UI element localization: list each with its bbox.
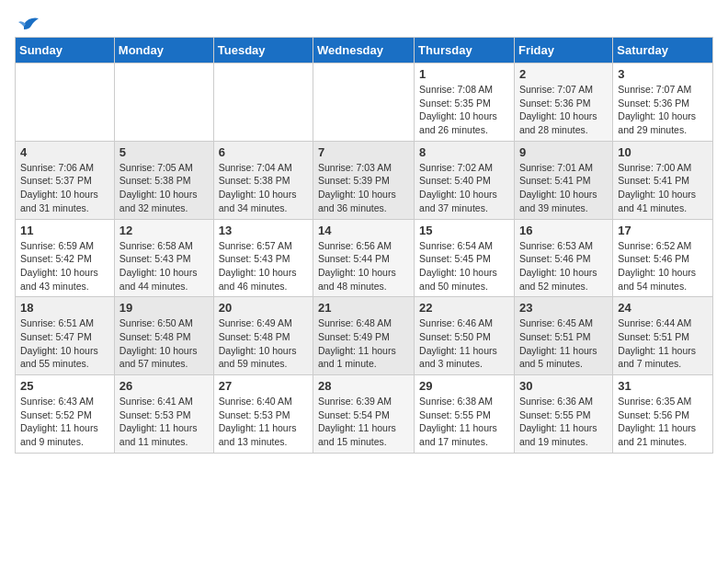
day-number: 30	[519, 379, 608, 393]
day-detail: Sunrise: 7:06 AM Sunset: 5:37 PM Dayligh…	[20, 161, 109, 215]
day-number: 12	[119, 224, 209, 237]
calendar-cell: 27Sunrise: 6:40 AM Sunset: 5:53 PM Dayli…	[213, 375, 313, 454]
logo-bird-icon	[17, 15, 40, 33]
calendar-cell: 13Sunrise: 6:57 AM Sunset: 5:43 PM Dayli…	[213, 219, 313, 297]
calendar-cell: 26Sunrise: 6:41 AM Sunset: 5:53 PM Dayli…	[114, 375, 213, 454]
calendar-cell: 3Sunrise: 7:07 AM Sunset: 5:36 PM Daylig…	[613, 63, 713, 142]
calendar-cell: 17Sunrise: 6:52 AM Sunset: 5:46 PM Dayli…	[613, 219, 713, 297]
calendar-cell: 22Sunrise: 6:46 AM Sunset: 5:50 PM Dayli…	[415, 297, 515, 375]
day-number: 19	[119, 301, 209, 315]
day-number: 28	[318, 379, 409, 393]
calendar-cell: 30Sunrise: 6:36 AM Sunset: 5:55 PM Dayli…	[514, 375, 612, 454]
day-number: 18	[20, 301, 109, 315]
calendar-cell: 8Sunrise: 7:02 AM Sunset: 5:40 PM Daylig…	[415, 141, 515, 219]
day-number: 8	[419, 145, 509, 159]
day-detail: Sunrise: 7:08 AM Sunset: 5:35 PM Dayligh…	[419, 83, 509, 137]
calendar-cell: 24Sunrise: 6:44 AM Sunset: 5:51 PM Dayli…	[613, 297, 713, 375]
day-number: 14	[318, 224, 409, 237]
calendar-cell: 18Sunrise: 6:51 AM Sunset: 5:47 PM Dayli…	[16, 297, 115, 375]
day-number: 20	[219, 301, 308, 315]
calendar-week-row: 11Sunrise: 6:59 AM Sunset: 5:42 PM Dayli…	[16, 219, 713, 297]
day-number: 3	[618, 67, 708, 81]
weekday-header-wednesday: Wednesday	[313, 38, 415, 63]
calendar-cell: 16Sunrise: 6:53 AM Sunset: 5:46 PM Dayli…	[514, 219, 612, 297]
calendar-table: SundayMondayTuesdayWednesdayThursdayFrid…	[15, 37, 713, 454]
calendar-week-row: 1Sunrise: 7:08 AM Sunset: 5:35 PM Daylig…	[16, 63, 713, 142]
calendar-cell: 14Sunrise: 6:56 AM Sunset: 5:44 PM Dayli…	[313, 219, 415, 297]
weekday-header-saturday: Saturday	[613, 38, 713, 63]
calendar-cell: 5Sunrise: 7:05 AM Sunset: 5:38 PM Daylig…	[114, 141, 213, 219]
day-detail: Sunrise: 6:41 AM Sunset: 5:53 PM Dayligh…	[119, 395, 209, 449]
day-detail: Sunrise: 7:00 AM Sunset: 5:41 PM Dayligh…	[618, 161, 708, 215]
day-detail: Sunrise: 6:54 AM Sunset: 5:45 PM Dayligh…	[419, 239, 509, 293]
day-detail: Sunrise: 7:05 AM Sunset: 5:38 PM Dayligh…	[119, 161, 209, 215]
day-detail: Sunrise: 6:50 AM Sunset: 5:48 PM Dayligh…	[119, 316, 209, 371]
calendar-cell	[114, 63, 213, 142]
calendar-cell	[213, 63, 313, 142]
calendar-cell: 25Sunrise: 6:43 AM Sunset: 5:52 PM Dayli…	[16, 375, 115, 454]
calendar-cell: 23Sunrise: 6:45 AM Sunset: 5:51 PM Dayli…	[514, 297, 612, 375]
calendar-cell: 28Sunrise: 6:39 AM Sunset: 5:54 PM Dayli…	[313, 375, 415, 454]
day-number: 22	[419, 301, 509, 315]
day-detail: Sunrise: 6:51 AM Sunset: 5:47 PM Dayligh…	[20, 316, 109, 371]
day-number: 13	[219, 224, 308, 237]
calendar-cell: 2Sunrise: 7:07 AM Sunset: 5:36 PM Daylig…	[514, 63, 612, 142]
day-detail: Sunrise: 6:53 AM Sunset: 5:46 PM Dayligh…	[519, 239, 608, 293]
calendar-week-row: 4Sunrise: 7:06 AM Sunset: 5:37 PM Daylig…	[16, 141, 713, 219]
day-number: 6	[219, 145, 308, 159]
day-number: 29	[419, 379, 509, 393]
day-number: 10	[618, 145, 708, 159]
calendar-cell: 12Sunrise: 6:58 AM Sunset: 5:43 PM Dayli…	[114, 219, 213, 297]
day-number: 23	[519, 301, 608, 315]
day-number: 1	[419, 67, 509, 81]
calendar-cell: 20Sunrise: 6:49 AM Sunset: 5:48 PM Dayli…	[213, 297, 313, 375]
day-number: 9	[519, 145, 608, 159]
calendar-cell	[16, 63, 115, 142]
day-detail: Sunrise: 6:48 AM Sunset: 5:49 PM Dayligh…	[318, 316, 409, 371]
day-number: 25	[20, 379, 109, 393]
day-detail: Sunrise: 6:59 AM Sunset: 5:42 PM Dayligh…	[20, 239, 109, 293]
day-detail: Sunrise: 6:52 AM Sunset: 5:46 PM Dayligh…	[618, 239, 708, 293]
day-number: 17	[618, 224, 708, 237]
calendar-cell: 19Sunrise: 6:50 AM Sunset: 5:48 PM Dayli…	[114, 297, 213, 375]
day-detail: Sunrise: 6:46 AM Sunset: 5:50 PM Dayligh…	[419, 316, 509, 371]
calendar-week-row: 18Sunrise: 6:51 AM Sunset: 5:47 PM Dayli…	[16, 297, 713, 375]
calendar-cell: 11Sunrise: 6:59 AM Sunset: 5:42 PM Dayli…	[16, 219, 115, 297]
day-detail: Sunrise: 6:44 AM Sunset: 5:51 PM Dayligh…	[618, 316, 708, 371]
day-detail: Sunrise: 6:56 AM Sunset: 5:44 PM Dayligh…	[318, 239, 409, 293]
day-number: 4	[20, 145, 109, 159]
day-detail: Sunrise: 7:04 AM Sunset: 5:38 PM Dayligh…	[219, 161, 308, 215]
day-detail: Sunrise: 6:58 AM Sunset: 5:43 PM Dayligh…	[119, 239, 209, 293]
weekday-header-friday: Friday	[514, 38, 612, 63]
calendar-cell: 31Sunrise: 6:35 AM Sunset: 5:56 PM Dayli…	[613, 375, 713, 454]
calendar-cell: 21Sunrise: 6:48 AM Sunset: 5:49 PM Dayli…	[313, 297, 415, 375]
day-number: 27	[219, 379, 308, 393]
day-detail: Sunrise: 6:36 AM Sunset: 5:55 PM Dayligh…	[519, 395, 608, 449]
day-detail: Sunrise: 6:38 AM Sunset: 5:55 PM Dayligh…	[419, 395, 509, 449]
calendar-week-row: 25Sunrise: 6:43 AM Sunset: 5:52 PM Dayli…	[16, 375, 713, 454]
day-detail: Sunrise: 6:43 AM Sunset: 5:52 PM Dayligh…	[20, 395, 109, 449]
day-detail: Sunrise: 6:57 AM Sunset: 5:43 PM Dayligh…	[219, 239, 308, 293]
page-header	[15, 15, 713, 29]
day-detail: Sunrise: 7:07 AM Sunset: 5:36 PM Dayligh…	[519, 83, 608, 137]
calendar-cell: 29Sunrise: 6:38 AM Sunset: 5:55 PM Dayli…	[415, 375, 515, 454]
day-number: 16	[519, 224, 608, 237]
calendar-cell: 9Sunrise: 7:01 AM Sunset: 5:41 PM Daylig…	[514, 141, 612, 219]
calendar-cell: 10Sunrise: 7:00 AM Sunset: 5:41 PM Dayli…	[613, 141, 713, 219]
day-number: 11	[20, 224, 109, 237]
calendar-cell: 7Sunrise: 7:03 AM Sunset: 5:39 PM Daylig…	[313, 141, 415, 219]
day-detail: Sunrise: 7:01 AM Sunset: 5:41 PM Dayligh…	[519, 161, 608, 215]
day-detail: Sunrise: 6:49 AM Sunset: 5:48 PM Dayligh…	[219, 316, 308, 371]
logo	[15, 15, 40, 29]
day-number: 5	[119, 145, 209, 159]
day-number: 2	[519, 67, 608, 81]
weekday-header-sunday: Sunday	[16, 38, 115, 63]
calendar-cell: 15Sunrise: 6:54 AM Sunset: 5:45 PM Dayli…	[415, 219, 515, 297]
day-number: 15	[419, 224, 509, 237]
day-detail: Sunrise: 7:07 AM Sunset: 5:36 PM Dayligh…	[618, 83, 708, 137]
day-number: 24	[618, 301, 708, 315]
day-number: 26	[119, 379, 209, 393]
day-detail: Sunrise: 6:40 AM Sunset: 5:53 PM Dayligh…	[219, 395, 308, 449]
calendar-header-row: SundayMondayTuesdayWednesdayThursdayFrid…	[16, 38, 713, 63]
weekday-header-monday: Monday	[114, 38, 213, 63]
